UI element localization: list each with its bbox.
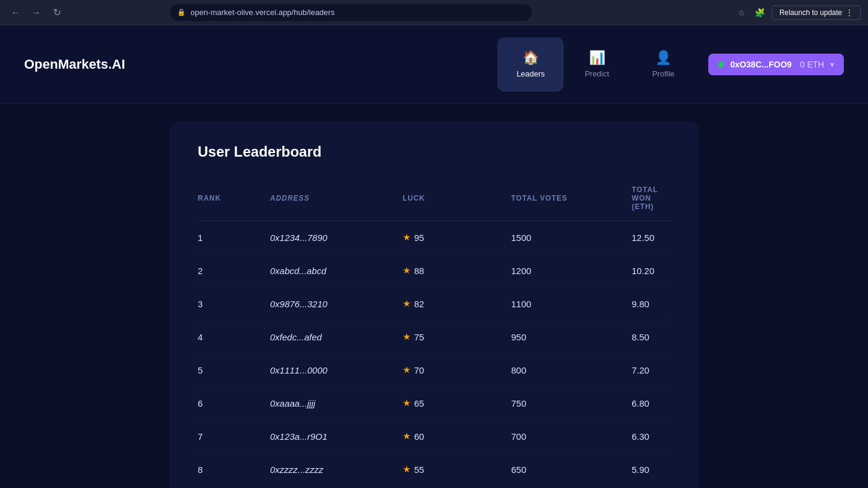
relaunch-button[interactable]: Relaunch to update ⋮ (772, 5, 861, 20)
star-icon: ★ (403, 298, 410, 309)
cell-rank-6: 6 (198, 387, 270, 420)
cell-votes-7: 700 (511, 420, 632, 453)
tab-predict-label: Predict (585, 69, 609, 78)
cell-rank-1: 1 (198, 221, 270, 254)
cell-votes-2: 1200 (511, 254, 632, 287)
cell-address-6: 0xaaaa...jjjj (270, 387, 403, 420)
cell-won-8: 5.90 (632, 453, 670, 486)
tab-profile-label: Profile (652, 69, 675, 78)
tab-leaders-label: Leaders (517, 69, 545, 78)
app-header: OpenMarkets.AI 🏠 Leaders 📊 Predict 👤 Pro… (0, 25, 868, 104)
cell-luck-2: ★ 88 (403, 254, 511, 287)
table-row: 4 0xfedc...afed ★ 75 950 8.50 (198, 321, 670, 354)
cell-luck-6: ★ 65 (403, 387, 511, 420)
cell-luck-8: ★ 55 (403, 453, 511, 486)
tab-predict[interactable]: 📊 Predict (564, 37, 630, 92)
col-header-votes: TOTAL VOTES (511, 178, 632, 221)
luck-value-3: 82 (414, 299, 424, 309)
table-row: 5 0x1111...0000 ★ 70 800 7.20 (198, 354, 670, 387)
luck-value-5: 70 (414, 365, 424, 375)
luck-value-2: 88 (414, 266, 424, 276)
luck-value-4: 75 (414, 332, 424, 342)
star-icon: ★ (403, 232, 410, 243)
leaderboard-card: User Leaderboard RANK ADDRESS LUCK TOTAL… (169, 122, 699, 488)
address-bar[interactable]: 🔒 open-market-olive.vercel.app/hub/leade… (170, 4, 532, 21)
star-icon: ★ (403, 464, 410, 475)
person-icon: 👤 (655, 50, 671, 66)
col-header-won: TOTAL WON (ETH) (632, 178, 670, 221)
cell-rank-7: 7 (198, 420, 270, 453)
extensions-icon[interactable]: 🧩 (753, 6, 767, 19)
refresh-button[interactable]: ↻ (48, 4, 65, 21)
cell-won-5: 7.20 (632, 354, 670, 387)
cell-won-2: 10.20 (632, 254, 670, 287)
cell-address-2: 0xabcd...abcd (270, 254, 403, 287)
cell-votes-8: 650 (511, 453, 632, 486)
bookmark-icon[interactable]: ☆ (735, 6, 749, 19)
relaunch-menu-icon: ⋮ (846, 8, 853, 17)
cell-luck-4: ★ 75 (403, 321, 511, 354)
cell-won-7: 6.30 (632, 420, 670, 453)
star-icon: ★ (403, 431, 410, 442)
chevron-down-icon: ▾ (830, 60, 834, 69)
browser-chrome: ← → ↻ 🔒 open-market-olive.vercel.app/hub… (0, 0, 868, 25)
cell-votes-3: 1100 (511, 287, 632, 321)
cell-votes-5: 800 (511, 354, 632, 387)
cell-luck-7: ★ 60 (403, 420, 511, 453)
cell-address-3: 0x9876...3210 (270, 287, 403, 321)
tab-leaders[interactable]: 🏠 Leaders (497, 37, 564, 92)
chart-icon: 📊 (589, 50, 605, 66)
url-text: open-market-olive.vercel.app/hub/leaders (190, 8, 335, 17)
lock-icon: 🔒 (177, 8, 186, 16)
cell-luck-1: ★ 95 (403, 221, 511, 254)
cell-address-8: 0xzzzz...zzzz (270, 453, 403, 486)
luck-value-6: 65 (414, 398, 424, 408)
cell-won-1: 12.50 (632, 221, 670, 254)
luck-value-1: 95 (414, 233, 424, 243)
wallet-status-dot (718, 61, 724, 67)
table-row: 7 0x123a...r9O1 ★ 60 700 6.30 (198, 420, 670, 453)
cell-votes-6: 750 (511, 387, 632, 420)
leaderboard-title: User Leaderboard (198, 143, 670, 160)
luck-value-7: 60 (414, 431, 424, 442)
browser-actions: ☆ 🧩 Relaunch to update ⋮ (735, 5, 861, 20)
home-icon: 🏠 (523, 50, 539, 66)
cell-won-3: 9.80 (632, 287, 670, 321)
table-header-row: RANK ADDRESS LUCK TOTAL VOTES TOTAL WON … (198, 178, 670, 221)
cell-votes-4: 950 (511, 321, 632, 354)
cell-luck-3: ★ 82 (403, 287, 511, 321)
wallet-balance: 0 ETH (800, 60, 824, 69)
nav-tabs: 🏠 Leaders 📊 Predict 👤 Profile (497, 37, 696, 92)
cell-won-6: 6.80 (632, 387, 670, 420)
cell-luck-5: ★ 70 (403, 354, 511, 387)
forward-button[interactable]: → (28, 4, 45, 21)
wallet-address: 0xO38C...FOO9 (730, 60, 791, 69)
cell-address-1: 0x1234...7890 (270, 221, 403, 254)
table-row: 1 0x1234...7890 ★ 95 1500 12.50 (198, 221, 670, 254)
app-logo: OpenMarkets.AI (24, 57, 497, 72)
cell-rank-5: 5 (198, 354, 270, 387)
cell-rank-4: 4 (198, 321, 270, 354)
table-row: 2 0xabcd...abcd ★ 88 1200 10.20 (198, 254, 670, 287)
cell-address-7: 0x123a...r9O1 (270, 420, 403, 453)
cell-won-4: 8.50 (632, 321, 670, 354)
main-content: User Leaderboard RANK ADDRESS LUCK TOTAL… (0, 104, 868, 488)
star-icon: ★ (403, 364, 410, 375)
cell-votes-1: 1500 (511, 221, 632, 254)
luck-value-8: 55 (414, 465, 424, 475)
tab-profile[interactable]: 👤 Profile (630, 37, 696, 92)
cell-rank-8: 8 (198, 453, 270, 486)
cell-address-5: 0x1111...0000 (270, 354, 403, 387)
col-header-rank: RANK (198, 178, 270, 221)
star-icon: ★ (403, 331, 410, 342)
col-header-address: ADDRESS (270, 178, 403, 221)
cell-address-4: 0xfedc...afed (270, 321, 403, 354)
col-header-luck: LUCK (403, 178, 511, 221)
back-button[interactable]: ← (7, 4, 24, 21)
wallet-button[interactable]: 0xO38C...FOO9 0 ETH ▾ (708, 54, 844, 75)
cell-rank-2: 2 (198, 254, 270, 287)
table-row: 6 0xaaaa...jjjj ★ 65 750 6.80 (198, 387, 670, 420)
table-row: 3 0x9876...3210 ★ 82 1100 9.80 (198, 287, 670, 321)
relaunch-label: Relaunch to update (779, 8, 842, 17)
star-icon: ★ (403, 398, 410, 408)
